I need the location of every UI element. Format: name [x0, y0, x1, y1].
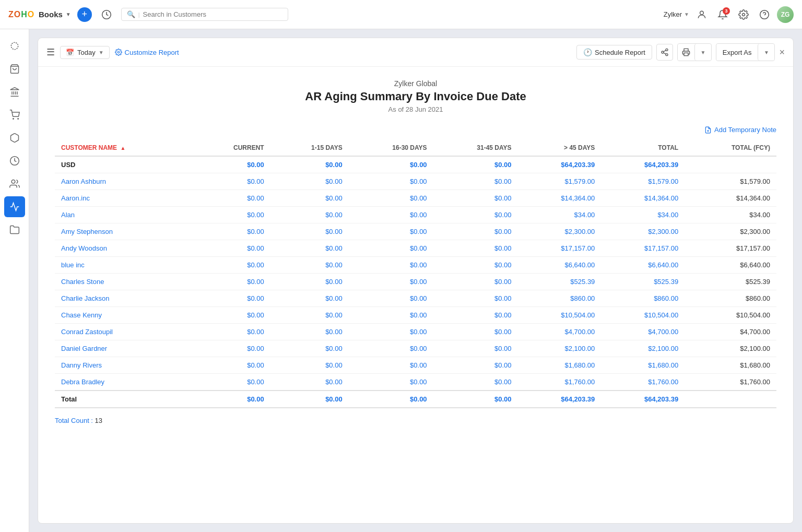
customer-name[interactable]: Aaron.inc — [55, 190, 193, 207]
add-button[interactable]: + — [77, 7, 92, 22]
table-header-row: CUSTOMER NAME ▲ CURRENT 1-15 DAYS 16-30 … — [55, 140, 776, 156]
share-button[interactable] — [656, 44, 673, 61]
total: $860.00 — [601, 290, 685, 307]
toolbar-right: 🕐 Schedule Report — [576, 43, 785, 61]
customer-name[interactable]: blue inc — [55, 257, 193, 274]
current-amount: $0.00 — [193, 257, 270, 274]
sidebar-item-banking[interactable] — [4, 81, 25, 102]
group-header-row: USD $0.00 $0.00 $0.00 $0.00 $64,203.39 $… — [55, 156, 776, 173]
days-16-30: $0.00 — [349, 223, 433, 240]
svg-line-21 — [664, 53, 666, 54]
days-45plus: $6,640.00 — [518, 257, 602, 274]
days-1-15: $0.00 — [270, 223, 349, 240]
table-row: Aaron.inc $0.00 $0.00 $0.00 $0.00 $14,36… — [55, 190, 776, 207]
sidebar-item-home[interactable] — [4, 36, 25, 56]
col-total: TOTAL — [601, 140, 685, 156]
total-fcy: $14,364.00 — [685, 190, 776, 207]
avatar[interactable]: ZG — [777, 6, 794, 23]
days-45plus: $525.39 — [518, 274, 602, 290]
days-1-15: $0.00 — [270, 173, 349, 190]
col-1-15-days: 1-15 DAYS — [270, 140, 349, 156]
customize-label: Customize Report — [125, 49, 179, 56]
days-45plus: $1,680.00 — [518, 357, 602, 374]
svg-marker-12 — [10, 88, 19, 90]
col-16-30-days: 16-30 DAYS — [349, 140, 433, 156]
customer-name[interactable]: Conrad Zastoupil — [55, 324, 193, 340]
days-45plus: $860.00 — [518, 290, 602, 307]
export-group: Export As ▼ — [716, 43, 775, 61]
settings-icon[interactable] — [735, 6, 752, 23]
current-amount: $0.00 — [193, 274, 270, 290]
add-temporary-note-button[interactable]: Add Temporary Note — [704, 126, 776, 134]
report-as-of: As of 28 Jun 2021 — [55, 105, 776, 113]
schedule-report-button[interactable]: 🕐 Schedule Report — [576, 45, 652, 60]
zoho-logo: Z O H O — [8, 7, 36, 22]
total-fcy: $525.39 — [685, 274, 776, 290]
export-caret-icon: ▼ — [764, 50, 769, 55]
search-input[interactable] — [143, 10, 282, 18]
table-row: blue inc $0.00 $0.00 $0.00 $0.00 $6,640.… — [55, 257, 776, 274]
days-1-15: $0.00 — [270, 257, 349, 274]
notifications-icon[interactable]: 3 — [714, 6, 731, 23]
col-customer-name[interactable]: CUSTOMER NAME ▲ — [55, 140, 193, 156]
export-dropdown-button[interactable]: ▼ — [758, 44, 774, 61]
date-selector[interactable]: 📅 Today ▼ — [60, 46, 110, 59]
calendar-icon: 📅 — [66, 49, 74, 56]
days-31-45: $0.00 — [433, 257, 518, 274]
days-45plus: $2,300.00 — [518, 223, 602, 240]
report-header: Zylker Global AR Aging Summary By Invoic… — [55, 79, 776, 113]
total-fcy: $4,700.00 — [685, 324, 776, 340]
customer-name[interactable]: Danny Rivers — [55, 357, 193, 374]
history-icon[interactable] — [98, 6, 115, 23]
customer-name[interactable]: Chase Kenny — [55, 307, 193, 324]
days-1-15: $0.00 — [270, 240, 349, 257]
sidebar-item-inventory[interactable] — [4, 127, 25, 148]
sidebar-item-contacts[interactable] — [4, 173, 25, 194]
svg-line-22 — [664, 50, 666, 52]
total: $2,100.00 — [601, 340, 685, 357]
customer-name[interactable]: Charles Stone — [55, 274, 193, 290]
help-icon[interactable] — [756, 6, 773, 23]
close-button[interactable]: × — [779, 47, 785, 58]
contacts-icon[interactable] — [693, 6, 710, 23]
total-fcy: $1,760.00 — [685, 374, 776, 391]
search-bar[interactable]: 🔍 | — [121, 8, 288, 21]
customer-name[interactable]: Charlie Jackson — [55, 290, 193, 307]
days-31-45: $0.00 — [433, 207, 518, 223]
days-16-30: $0.00 — [349, 340, 433, 357]
total-fcy: $1,680.00 — [685, 357, 776, 374]
table-row: Chase Kenny $0.00 $0.00 $0.00 $0.00 $10,… — [55, 307, 776, 324]
svg-point-14 — [17, 119, 18, 120]
days-16-30: $0.00 — [349, 307, 433, 324]
export-button[interactable]: Export As — [716, 44, 758, 61]
sidebar-item-reports[interactable] — [4, 196, 25, 217]
days-45plus: $17,157.00 — [518, 240, 602, 257]
customer-name[interactable]: Andy Woodson — [55, 240, 193, 257]
svg-rect-23 — [684, 53, 688, 55]
hamburger-button[interactable]: ☰ — [46, 46, 55, 58]
col-31-45-days: 31-45 DAYS — [433, 140, 518, 156]
content-area: ☰ 📅 Today ▼ Customize Report — [29, 29, 802, 532]
report-table: CUSTOMER NAME ▲ CURRENT 1-15 DAYS 16-30 … — [55, 140, 776, 408]
customer-name[interactable]: Aaron Ashburn — [55, 173, 193, 190]
print-button[interactable] — [678, 44, 694, 61]
svg-point-13 — [13, 119, 14, 120]
customer-name[interactable]: Alan — [55, 207, 193, 223]
customize-report-button[interactable]: Customize Report — [115, 49, 179, 56]
sidebar-item-documents[interactable] — [4, 219, 25, 240]
days-45plus: $10,504.00 — [518, 307, 602, 324]
logo[interactable]: Z O H O Books ▼ — [8, 7, 71, 22]
svg-point-16 — [11, 180, 15, 184]
sidebar-item-sales[interactable] — [4, 104, 25, 125]
total-current: $0.00 — [193, 391, 270, 408]
print-dropdown-button[interactable]: ▼ — [694, 44, 711, 61]
customer-name[interactable]: Amy Stephenson — [55, 223, 193, 240]
total: $34.00 — [601, 207, 685, 223]
customer-name[interactable]: Daniel Gardner — [55, 340, 193, 357]
customer-name[interactable]: Debra Bradley — [55, 374, 193, 391]
sidebar-item-purchases[interactable] — [4, 58, 25, 79]
svg-point-20 — [666, 54, 668, 56]
sidebar-item-time[interactable] — [4, 150, 25, 171]
user-menu[interactable]: Zylker ▼ — [664, 10, 689, 18]
report-title: AR Aging Summary By Invoice Due Date — [55, 90, 776, 103]
